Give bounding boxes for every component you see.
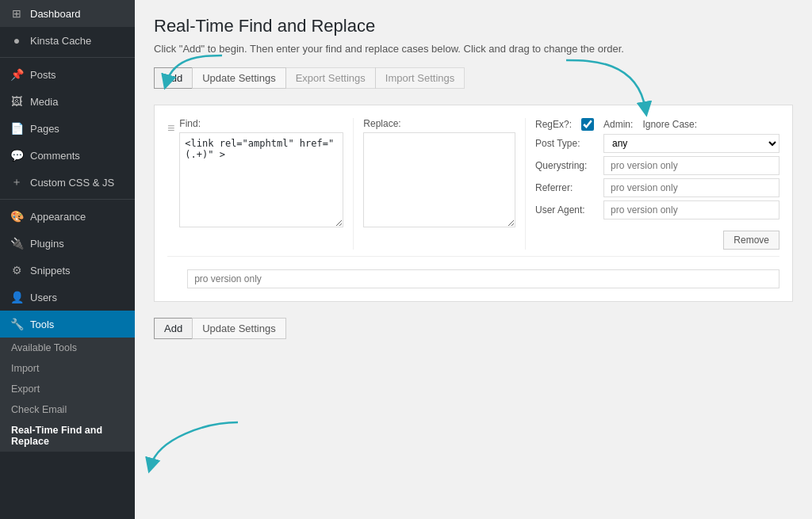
sidebar-item-custom-css-js[interactable]: ＋ Custom CSS & JS — [0, 169, 135, 196]
page-title: Real-Time Find and Replace — [154, 16, 793, 36]
posts-icon: 📌 — [10, 67, 24, 82]
sidebar-item-snippets[interactable]: ⚙ Snippets — [0, 257, 135, 284]
sidebar-item-posts[interactable]: 📌 Posts — [0, 61, 135, 88]
rule-inner: ≡ Find: <link rel="amphtml" href="(.+)" … — [167, 118, 779, 250]
arrow-checkemail-annotation — [143, 414, 246, 478]
sidebar-item-label: Dashboard — [30, 8, 81, 20]
comments-icon: 💬 — [10, 148, 24, 162]
find-label: Find: — [179, 118, 343, 129]
replace-label: Replace: — [363, 118, 515, 129]
tools-icon: 🔧 — [10, 317, 24, 331]
options-column: RegEx?: Admin: Ignore Case: Post Type: a… — [526, 118, 779, 250]
sidebar-item-dashboard[interactable]: ⊞ Dashboard — [0, 0, 135, 27]
sidebar-item-kinsta-cache[interactable]: ● Kinsta Cache — [0, 27, 135, 54]
replace-column: Replace: — [354, 118, 526, 250]
sidebar-item-label: Media — [30, 96, 58, 108]
main-content: Real-Time Find and Replace Click "Add" t… — [135, 0, 812, 519]
replace-textarea[interactable] — [363, 132, 515, 227]
custom-css-icon: ＋ — [10, 175, 24, 189]
regex-label: RegEx?: — [535, 119, 572, 130]
bottom-pro-row — [167, 256, 779, 288]
bottom-pro-input[interactable] — [187, 269, 779, 288]
regex-checkbox[interactable] — [581, 118, 594, 131]
tools-submenu: Available Tools Import Export Check Emai… — [0, 338, 135, 452]
sidebar-item-label: Snippets — [30, 265, 71, 277]
sidebar-item-label: Appearance — [30, 211, 86, 223]
sidebar-divider — [0, 57, 135, 58]
sidebar-item-plugins[interactable]: 🔌 Plugins — [0, 230, 135, 257]
sidebar-item-pages[interactable]: 📄 Pages — [0, 115, 135, 142]
referrer-row: Referrer: — [535, 178, 779, 197]
bottom-spacer — [167, 263, 187, 288]
top-toolbar: Add Update Settings Export Settings Impo… — [154, 67, 793, 89]
add-button[interactable]: Add — [154, 67, 193, 89]
sidebar-item-appearance[interactable]: 🎨 Appearance — [0, 203, 135, 230]
ignore-case-label: Ignore Case: — [642, 119, 697, 130]
page-description: Click "Add" to begin. Then enter your fi… — [154, 43, 793, 55]
user-agent-row: User Agent: — [535, 200, 779, 219]
rule-card: ≡ Find: <link rel="amphtml" href="(.+)" … — [154, 105, 793, 302]
submenu-check-email[interactable]: Check Email — [0, 399, 135, 420]
update-settings-button[interactable]: Update Settings — [192, 67, 286, 89]
sidebar-item-label: Pages — [30, 123, 59, 135]
referrer-label: Referrer: — [535, 182, 599, 193]
sidebar-item-label: Users — [30, 292, 57, 303]
querystring-input[interactable] — [603, 156, 779, 175]
sidebar-item-users[interactable]: 👤 Users — [0, 284, 135, 311]
user-agent-label: User Agent: — [535, 204, 599, 216]
sidebar-item-tools[interactable]: 🔧 Tools — [0, 311, 135, 338]
import-settings-button[interactable]: Import Settings — [375, 67, 465, 89]
find-column: Find: <link rel="amphtml" href="(.+)" > — [179, 118, 354, 250]
bottom-toolbar: Add Update Settings — [154, 318, 793, 339]
admin-label: Admin: — [603, 119, 633, 130]
bottom-add-button[interactable]: Add — [154, 318, 193, 339]
post-type-label: Post Type: — [535, 138, 599, 149]
submenu-real-time-find-replace[interactable]: Real-Time Find and Replace — [0, 420, 135, 452]
submenu-available-tools[interactable]: Available Tools — [0, 338, 135, 358]
sidebar: ⊞ Dashboard ● Kinsta Cache 📌 Posts 🖼 Med… — [0, 0, 135, 519]
remove-button[interactable]: Remove — [723, 231, 779, 250]
sidebar-item-label: Plugins — [30, 238, 64, 250]
sidebar-item-comments[interactable]: 💬 Comments — [0, 142, 135, 169]
regex-admin-row: RegEx?: Admin: Ignore Case: — [535, 118, 779, 131]
users-icon: 👤 — [10, 290, 24, 304]
sidebar-divider-2 — [0, 199, 135, 200]
sidebar-item-media[interactable]: 🖼 Media — [0, 88, 135, 115]
user-agent-input[interactable] — [603, 200, 779, 219]
media-icon: 🖼 — [10, 94, 24, 109]
pages-icon: 📄 — [10, 121, 24, 135]
sidebar-item-label: Custom CSS & JS — [30, 177, 114, 189]
export-settings-button[interactable]: Export Settings — [285, 67, 376, 89]
post-type-row: Post Type: any post page — [535, 134, 779, 153]
find-textarea[interactable]: <link rel="amphtml" href="(.+)" > — [179, 132, 343, 227]
sidebar-item-label: Comments — [30, 150, 80, 162]
referrer-input[interactable] — [603, 178, 779, 197]
snippets-icon: ⚙ — [10, 263, 24, 277]
dashboard-icon: ⊞ — [10, 6, 24, 21]
sidebar-item-label: Tools — [30, 319, 54, 330]
plugins-icon: 🔌 — [10, 236, 24, 250]
drag-handle[interactable]: ≡ — [167, 121, 174, 250]
bottom-update-settings-button[interactable]: Update Settings — [192, 318, 286, 339]
kinsta-cache-icon: ● — [10, 33, 24, 48]
post-type-select[interactable]: any post page — [603, 134, 779, 153]
querystring-label: Querystring: — [535, 160, 599, 171]
sidebar-item-label: Kinsta Cache — [30, 35, 91, 47]
appearance-icon: 🎨 — [10, 209, 24, 223]
sidebar-item-label: Posts — [30, 69, 56, 81]
querystring-row: Querystring: — [535, 156, 779, 175]
submenu-export[interactable]: Export — [0, 379, 135, 399]
submenu-import[interactable]: Import — [0, 358, 135, 379]
